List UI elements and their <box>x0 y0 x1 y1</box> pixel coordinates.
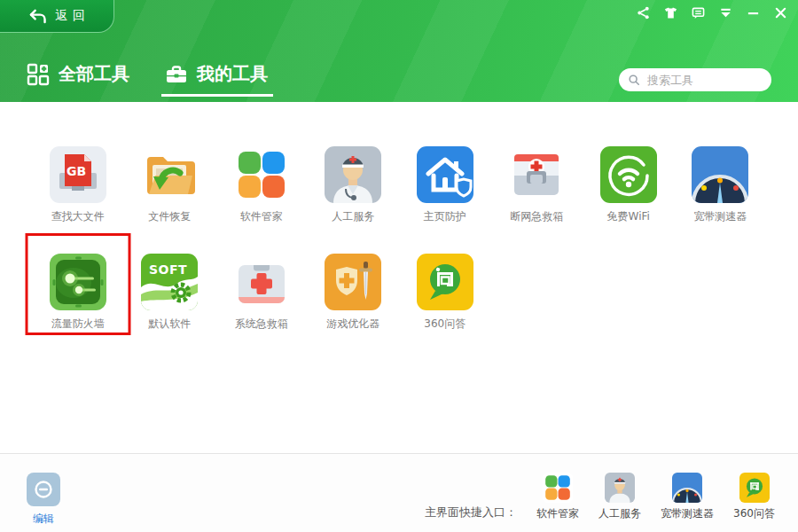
circle-minus-icon <box>33 479 54 500</box>
file-recovery-icon <box>141 146 198 203</box>
tab-all-tools[interactable]: 全部工具 <box>27 62 129 86</box>
window-controls <box>635 4 789 21</box>
speed-tester-icon <box>692 146 748 203</box>
back-button[interactable]: 返回 <box>0 0 114 33</box>
game-optimizer-icon <box>325 254 381 310</box>
default-software-icon: SOFT <box>141 254 198 310</box>
system-firstaid-icon <box>233 254 290 310</box>
qa-360-icon <box>739 473 770 503</box>
skin-button[interactable] <box>662 4 679 21</box>
tool-label: 主页防护 <box>424 210 466 223</box>
tool-traffic-firewall[interactable]: 流量防火墙 <box>32 254 124 332</box>
my-tools-briefcase-icon <box>165 63 188 86</box>
shortcut-qa-360[interactable]: 360问答 <box>733 473 775 520</box>
tool-grid-row-2: 流量防火墙 SOFT <box>32 254 766 332</box>
tool-system-firstaid[interactable]: 系统急救箱 <box>215 254 308 332</box>
tool-label: 断网急救箱 <box>510 210 563 223</box>
search-icon <box>628 74 640 86</box>
search-input[interactable] <box>645 73 763 88</box>
shortcut-caption: 主界面快捷入口： <box>425 505 517 520</box>
svg-text:GB: GB <box>66 164 86 178</box>
edit-button[interactable]: 编辑 <box>27 473 60 527</box>
tool-label: 宽带测速器 <box>693 210 747 223</box>
tool-software-manager[interactable]: 软件管家 <box>215 146 308 225</box>
tool-manual-service[interactable]: 人工服务 <box>308 146 400 225</box>
shortcut-manual-service[interactable]: 人工服务 <box>598 473 641 520</box>
minimize-icon <box>747 6 760 20</box>
tool-game-optimizer[interactable]: 游戏优化器 <box>308 254 400 332</box>
qa-360-icon <box>417 254 473 310</box>
tab-label: 我的工具 <box>197 62 268 86</box>
tool-grid-row-1: GB 查找大文件 文件恢复 <box>32 146 766 225</box>
share-icon <box>637 6 650 20</box>
tool-speed-tester[interactable]: 宽带测速器 <box>675 146 767 225</box>
back-arrow-icon <box>28 9 47 24</box>
app-window: 返回 <box>0 0 798 532</box>
tool-file-recovery[interactable]: 文件恢复 <box>124 146 216 225</box>
manual-service-icon <box>605 473 635 503</box>
shortcut-area: 主界面快捷入口： 软件管家 <box>425 473 775 520</box>
tool-default-software[interactable]: SOFT 默认软件 <box>124 254 216 332</box>
software-manager-icon <box>543 473 573 503</box>
feedback-button[interactable] <box>690 4 707 21</box>
close-button[interactable] <box>772 4 789 21</box>
tool-label: 游戏优化器 <box>326 317 379 331</box>
edit-label: 编辑 <box>33 512 54 527</box>
shortcut-speed-tester[interactable]: 宽带测速器 <box>661 473 714 520</box>
manual-service-icon <box>325 146 381 203</box>
tab-label: 全部工具 <box>59 62 129 86</box>
find-large-files-icon: GB <box>50 146 106 203</box>
tool-find-large-files[interactable]: GB 查找大文件 <box>32 146 124 225</box>
tool-label: 360问答 <box>424 317 466 331</box>
shortcut-label: 软件管家 <box>536 507 579 520</box>
tool-label: 系统急救箱 <box>235 317 288 331</box>
tool-network-firstaid[interactable]: 断网急救箱 <box>491 146 583 225</box>
software-manager-icon <box>233 146 290 203</box>
close-icon <box>774 6 787 20</box>
footer-bar: 编辑 主界面快捷入口： 软件管家 <box>0 453 798 532</box>
tab-bar: 全部工具 我的工具 <box>27 62 268 86</box>
tool-label: 文件恢复 <box>148 210 191 223</box>
all-tools-grid-icon <box>27 63 50 86</box>
tools-panel: GB 查找大文件 文件恢复 <box>0 102 798 452</box>
minimize-button[interactable] <box>745 4 762 21</box>
tool-label: 默认软件 <box>148 317 191 331</box>
share-button[interactable] <box>635 4 652 21</box>
tool-label: 流量防火墙 <box>51 317 105 331</box>
tool-label: 软件管家 <box>240 210 283 223</box>
free-wifi-icon <box>600 146 657 203</box>
traffic-firewall-icon <box>50 254 106 310</box>
main-menu-button[interactable] <box>717 4 734 21</box>
shortcut-software-manager[interactable]: 软件管家 <box>536 473 579 520</box>
svg-text:SOFT: SOFT <box>149 262 187 277</box>
tab-my-tools[interactable]: 我的工具 <box>165 62 268 86</box>
shortcut-label: 360问答 <box>733 507 775 520</box>
network-firstaid-icon <box>508 146 565 203</box>
shortcut-label: 宽带测速器 <box>661 507 714 520</box>
tool-qa-360[interactable]: 360问答 <box>399 254 491 332</box>
tool-homepage-protection[interactable]: 主页防护 <box>399 146 491 225</box>
shortcut-label: 人工服务 <box>598 507 641 520</box>
tool-label: 免费WiFi <box>607 210 650 223</box>
tool-label: 查找大文件 <box>51 210 105 223</box>
back-label: 返回 <box>55 8 90 24</box>
homepage-protection-icon <box>417 146 473 203</box>
skin-icon <box>664 6 677 20</box>
tool-label: 人工服务 <box>332 210 374 223</box>
tool-free-wifi[interactable]: 免费WiFi <box>583 146 675 225</box>
menu-triangle-icon <box>719 6 732 20</box>
speed-tester-icon <box>672 473 702 503</box>
search-box <box>619 68 771 91</box>
header: 返回 <box>0 0 798 102</box>
feedback-icon <box>692 6 705 20</box>
